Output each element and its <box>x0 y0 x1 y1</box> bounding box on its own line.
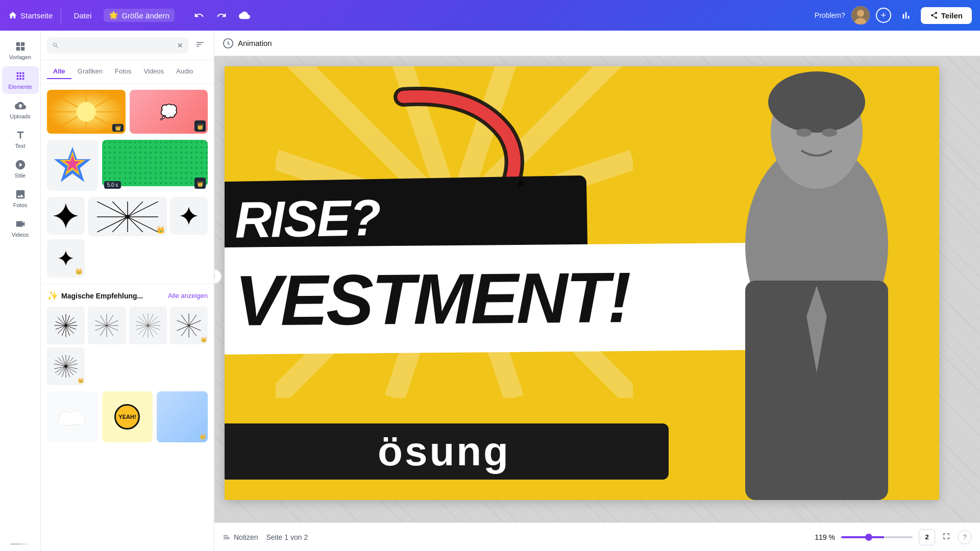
tab-fotos[interactable]: Fotos <box>109 64 138 79</box>
elements-grid-row1: 👑 💭 👑 <box>41 84 214 140</box>
element-item-comic-face[interactable]: 💭 👑 <box>130 90 208 134</box>
magic-item-3[interactable] <box>129 307 167 344</box>
svg-line-48 <box>62 315 66 325</box>
svg-line-90 <box>66 356 70 366</box>
file-menu[interactable]: Datei <box>69 9 95 22</box>
magic-item-5[interactable]: 👑 <box>47 347 85 385</box>
element-item-star-colorful[interactable] <box>47 140 98 191</box>
element-item-4star-small[interactable] <box>170 197 208 236</box>
elements-grid-bottom: YEAH! 👑 <box>41 391 214 448</box>
zoom-value: 119 % <box>815 533 835 541</box>
element-item-green-halftone[interactable]: 5.0 s 👑 <box>102 140 208 191</box>
avatar[interactable] <box>851 6 870 24</box>
canvas-area: ‹ Animation <box>214 31 980 522</box>
crown-icon-blue: 👑 <box>200 431 206 440</box>
tab-videos[interactable]: Videos <box>138 64 170 79</box>
zoom-controls: 119 % 2 ? <box>815 529 972 545</box>
add-collaborator-button[interactable]: + <box>876 8 891 23</box>
search-input[interactable]: comic <box>62 41 174 49</box>
svg-line-34 <box>66 317 74 325</box>
redo-button[interactable] <box>213 7 230 23</box>
svg-line-47 <box>56 321 66 325</box>
page-number-button[interactable]: 2 <box>919 529 935 545</box>
svg-line-29 <box>112 217 128 232</box>
undo-button[interactable] <box>191 7 207 23</box>
topbar-left: Startseite Datei 🌟 Größe ändern <box>8 8 175 23</box>
design-canvas[interactable]: RISE? VESTMENT! ösung <box>225 66 939 500</box>
notes-button[interactable]: Notizen <box>223 533 258 541</box>
topbar-divider <box>61 8 61 23</box>
element-item-burst-rays[interactable]: 👑 <box>88 197 167 236</box>
magic-item-2[interactable] <box>88 307 126 344</box>
sidebar-item-uploads[interactable]: Uploads <box>2 96 39 123</box>
save-cloud-button[interactable] <box>236 7 253 24</box>
canvas-person <box>694 66 939 500</box>
svg-line-42 <box>66 321 76 325</box>
crown-badge2: 👑 <box>194 178 206 189</box>
sidebar-item-stile[interactable]: Stile <box>2 155 39 183</box>
svg-line-44 <box>66 325 70 336</box>
svg-point-49 <box>65 324 67 327</box>
search-box[interactable]: comic ✕ <box>47 37 188 54</box>
canvas-rise-text: RISE? <box>234 188 380 249</box>
svg-line-36 <box>66 325 74 334</box>
element-item-sparkle[interactable]: 👑 <box>47 239 85 277</box>
canvas-bottom-banner: ösung <box>225 423 669 480</box>
svg-point-125 <box>768 71 865 133</box>
svg-line-21 <box>112 202 128 217</box>
element-item-yeah[interactable]: YEAH! <box>102 391 153 442</box>
show-all-link[interactable]: Alle anzeigen <box>168 292 208 299</box>
sidebar-item-elemente-label: Elemente <box>8 84 32 90</box>
sidebar-item-text-label: Text <box>15 143 25 149</box>
sidebar-item-text[interactable]: Text <box>2 126 39 153</box>
sidebar-item-fotos[interactable]: Fotos <box>2 185 39 212</box>
share-button[interactable]: Teilen <box>921 7 972 24</box>
fullscreen-button[interactable] <box>941 531 951 543</box>
problem-button[interactable]: Problem? <box>815 11 845 19</box>
topbar: Startseite Datei 🌟 Größe ändern Problem?… <box>0 0 980 31</box>
sidebar-item-stile-label: Stile <box>15 172 26 179</box>
element-item-blue-gradient[interactable]: 👑 <box>157 391 208 442</box>
svg-point-129 <box>822 129 837 137</box>
filter-button[interactable] <box>192 37 208 54</box>
sidebar-decoration <box>10 543 31 545</box>
element-item-yellow-sunburst[interactable]: 👑 <box>47 90 126 134</box>
sidebar-item-vorlagen[interactable]: Vorlagen <box>2 37 39 64</box>
panel-search-area: comic ✕ <box>41 31 214 60</box>
share-label: Teilen <box>941 11 963 20</box>
svg-line-76 <box>138 316 148 325</box>
resize-button[interactable]: 🌟 Größe ändern <box>104 9 174 22</box>
magic-item-4[interactable]: 👑 <box>170 307 208 344</box>
sidebar-item-videos[interactable]: Videos <box>2 214 39 242</box>
sidebar-item-elemente[interactable]: Elemente <box>2 66 39 94</box>
animation-label: Animation <box>238 39 272 47</box>
svg-line-30 <box>97 217 128 232</box>
search-clear-button[interactable]: ✕ <box>177 41 183 49</box>
help-button[interactable]: ? <box>958 530 972 544</box>
crown-icon-magic4: 👑 <box>201 334 207 343</box>
element-item-4star-large[interactable] <box>47 197 85 236</box>
svg-rect-5 <box>16 47 19 51</box>
sidebar: Vorlagen Elemente Uploads Text Stile Fot… <box>0 31 41 551</box>
tab-grafiken[interactable]: Grafiken <box>71 64 109 79</box>
svg-line-41 <box>66 315 70 325</box>
crown-badge3: 👑 <box>156 225 165 234</box>
svg-line-23 <box>128 202 143 217</box>
zoom-slider[interactable] <box>841 536 913 538</box>
svg-point-16 <box>77 102 96 121</box>
element-item-cloud[interactable] <box>47 391 98 442</box>
svg-line-106 <box>62 356 66 366</box>
magic-item-1[interactable] <box>47 307 85 344</box>
tab-alle[interactable]: Alle <box>47 64 71 79</box>
magic-items-grid: 👑 👑 <box>47 307 208 386</box>
tab-audio[interactable]: Audio <box>170 64 199 79</box>
stats-button[interactable] <box>897 7 915 24</box>
bottom-toolbar: Notizen Seite 1 von 2 119 % 2 ? <box>214 522 980 551</box>
svg-point-128 <box>796 129 812 137</box>
svg-line-92 <box>66 360 77 366</box>
svg-line-99 <box>62 366 66 377</box>
svg-line-26 <box>128 217 158 232</box>
home-button[interactable]: Startseite <box>8 11 53 20</box>
elements-grid-row3: 👑 👑 <box>41 197 214 284</box>
size-icon: 🌟 <box>109 11 118 20</box>
